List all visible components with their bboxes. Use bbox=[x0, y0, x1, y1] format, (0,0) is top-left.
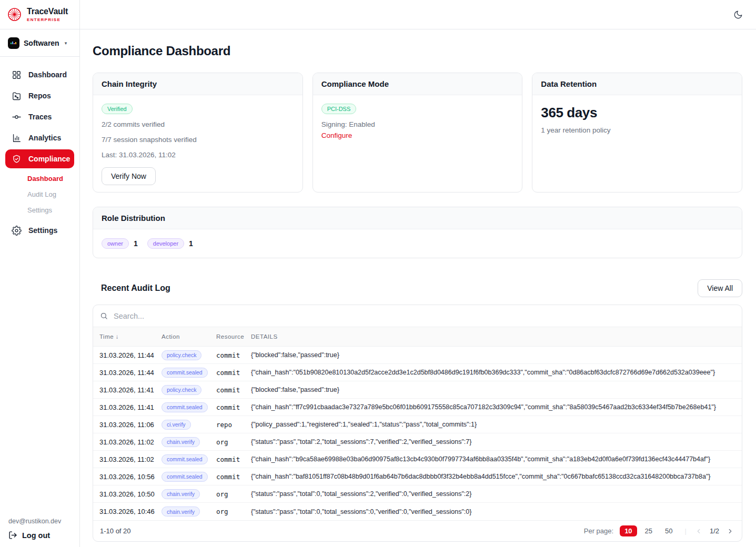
table-row: 31.03.2026, 11:41 commit.sealed commit {… bbox=[93, 399, 742, 416]
retention-policy-line: 1 year retention policy bbox=[541, 126, 733, 134]
content: Compliance Dashboard Chain Integrity Ver… bbox=[80, 29, 756, 542]
role-badge-developer: developer bbox=[147, 238, 184, 249]
row-resource: org bbox=[216, 438, 251, 446]
subnav-item-settings[interactable]: Settings bbox=[0, 202, 79, 218]
per-page-label: Per page: bbox=[584, 527, 613, 535]
row-time: 31.03.2026, 11:44 bbox=[99, 369, 162, 377]
sidebar-item-traces[interactable]: Traces bbox=[0, 106, 79, 127]
table-row: 31.03.2026, 11:02 chain.verify org {"sta… bbox=[93, 433, 742, 451]
row-resource: commit bbox=[216, 403, 251, 411]
trace-commit-icon bbox=[12, 112, 22, 122]
row-action-badge: commit.sealed bbox=[162, 368, 208, 378]
last-verified-line: Last: 31.03.2026, 11:02 bbox=[102, 151, 294, 159]
chevron-down-icon: ▾ bbox=[65, 40, 67, 46]
org-selector[interactable]: Softwaren ▾ bbox=[0, 29, 79, 57]
subnav-item-audit-log[interactable]: Audit Log bbox=[0, 186, 79, 202]
per-page-option-10[interactable]: 10 bbox=[620, 525, 637, 536]
column-header-action: Action bbox=[162, 333, 216, 340]
column-header-time[interactable]: Time ↓ bbox=[99, 333, 162, 340]
row-details: {"status":"pass","total":2,"total_sessio… bbox=[251, 438, 742, 445]
table-row: 31.03.2026, 11:41 policy.check commit {"… bbox=[93, 381, 742, 399]
sidebar-item-repos[interactable]: Repos bbox=[0, 85, 79, 106]
verify-now-button[interactable]: Verify Now bbox=[102, 167, 156, 185]
row-time: 31.03.2026, 11:41 bbox=[99, 403, 162, 411]
footer-divider: | bbox=[685, 527, 687, 535]
compliance-subnav: Dashboard Audit Log Settings bbox=[0, 170, 79, 218]
user-email: dev@rustikon.dev bbox=[8, 518, 71, 525]
row-action-badge: commit.sealed bbox=[162, 472, 208, 482]
pagination-range: 1-10 of 20 bbox=[100, 527, 131, 535]
row-time: 31.03.2026, 11:02 bbox=[99, 455, 162, 463]
bar-chart-icon bbox=[12, 133, 22, 143]
card-title: Data Retention bbox=[532, 73, 742, 95]
search-input[interactable] bbox=[113, 311, 735, 321]
org-name: Softwaren bbox=[24, 39, 59, 47]
role-list: owner 1 developer 1 bbox=[93, 229, 742, 258]
sidebar-item-analytics[interactable]: Analytics bbox=[0, 127, 79, 148]
view-all-button[interactable]: View All bbox=[698, 279, 742, 297]
row-resource: commit bbox=[216, 455, 251, 463]
page-title: Compliance Dashboard bbox=[93, 44, 742, 58]
data-retention-card: Data Retention 365 days 1 year retention… bbox=[532, 73, 742, 193]
row-resource: commit bbox=[216, 386, 251, 394]
row-time: 31.03.2026, 11:44 bbox=[99, 351, 162, 359]
snapshots-verified-line: 7/7 session snapshots verified bbox=[102, 136, 294, 144]
pci-dss-badge: PCI-DSS bbox=[321, 104, 357, 114]
row-details: {"blocked":false,"passed":true} bbox=[251, 351, 742, 359]
subnav-item-dashboard[interactable]: Dashboard bbox=[0, 170, 79, 186]
row-resource: commit bbox=[216, 351, 251, 359]
row-time: 31.03.2026, 11:41 bbox=[99, 386, 162, 394]
per-page-option-25[interactable]: 25 bbox=[640, 525, 657, 536]
column-header-details: DETAILS bbox=[251, 333, 742, 340]
prev-page-button[interactable] bbox=[694, 526, 703, 536]
tracevault-logo-icon bbox=[7, 7, 22, 22]
row-details: {"policy_passed":1,"registered":1,"seale… bbox=[251, 421, 742, 428]
app-root: TraceVault ENTERPRISE Softwaren ▾ Dashbo… bbox=[0, 0, 756, 547]
sidebar-item-compliance[interactable]: Compliance bbox=[5, 149, 74, 168]
search-icon bbox=[100, 312, 108, 320]
row-resource: commit bbox=[216, 369, 251, 377]
dashboard-grid-icon bbox=[12, 70, 22, 80]
chevron-right-icon bbox=[727, 528, 734, 535]
topbar bbox=[80, 0, 756, 29]
table-row: 31.03.2026, 11:44 policy.check commit {"… bbox=[93, 347, 742, 364]
moon-icon bbox=[733, 10, 743, 19]
stat-cards: Chain Integrity Verified 2/2 commits ver… bbox=[93, 73, 742, 193]
row-action-badge: chain.verify bbox=[162, 437, 200, 447]
sidebar-nav: Dashboard Repos Traces Analytics Complia… bbox=[0, 57, 79, 518]
next-page-button[interactable] bbox=[725, 526, 735, 536]
row-action-badge: ci.verify bbox=[162, 420, 191, 430]
row-details: {"chain_hash":"baf81051ff87c08b48b9d01f6… bbox=[251, 473, 742, 480]
table-row: 31.03.2026, 10:56 commit.sealed commit {… bbox=[93, 468, 742, 485]
table-row: 31.03.2026, 11:02 commit.sealed commit {… bbox=[93, 451, 742, 468]
table-row: 31.03.2026, 11:44 commit.sealed commit {… bbox=[93, 364, 742, 381]
row-time: 31.03.2026, 10:50 bbox=[99, 490, 162, 498]
row-resource: org bbox=[216, 508, 251, 515]
shield-check-icon bbox=[12, 154, 22, 164]
page-indicator: 1/2 bbox=[710, 527, 719, 535]
pagination-controls: Per page: 10 25 50 | 1/2 bbox=[584, 525, 735, 536]
sidebar: TraceVault ENTERPRISE Softwaren ▾ Dashbo… bbox=[0, 0, 80, 547]
gear-icon bbox=[12, 226, 22, 236]
row-details: {"chain_hash":"b9ca58ae69988e03ba06d9097… bbox=[251, 455, 742, 463]
table-row: 31.03.2026, 10:50 chain.verify org {"sta… bbox=[93, 485, 742, 503]
role-distribution-card: Role Distribution owner 1 developer 1 bbox=[93, 207, 742, 258]
row-action-badge: chain.verify bbox=[162, 489, 200, 499]
dark-mode-toggle[interactable] bbox=[733, 10, 743, 19]
logout-button[interactable]: Log out bbox=[8, 531, 71, 540]
row-time: 31.03.2026, 11:06 bbox=[99, 421, 162, 429]
audit-log-title: Recent Audit Log bbox=[101, 283, 170, 293]
sidebar-item-dashboard[interactable]: Dashboard bbox=[0, 64, 79, 85]
card-title: Chain Integrity bbox=[93, 73, 303, 95]
table-row: 31.03.2026, 10:46 chain.verify org {"sta… bbox=[93, 503, 742, 520]
signing-status-line: Signing: Enabled bbox=[321, 120, 514, 128]
table-header-row: Time ↓ Action Resource DETAILS bbox=[93, 327, 742, 347]
sidebar-item-settings[interactable]: Settings bbox=[0, 220, 79, 241]
audit-log-table-card: Time ↓ Action Resource DETAILS 31.03.202… bbox=[93, 305, 742, 542]
row-time: 31.03.2026, 10:46 bbox=[99, 508, 162, 515]
repo-folder-icon bbox=[12, 91, 22, 101]
per-page-option-50[interactable]: 50 bbox=[660, 525, 677, 536]
row-action-badge: commit.sealed bbox=[162, 402, 208, 412]
configure-link[interactable]: Configure bbox=[321, 131, 352, 139]
retention-days-value: 365 days bbox=[541, 105, 733, 121]
